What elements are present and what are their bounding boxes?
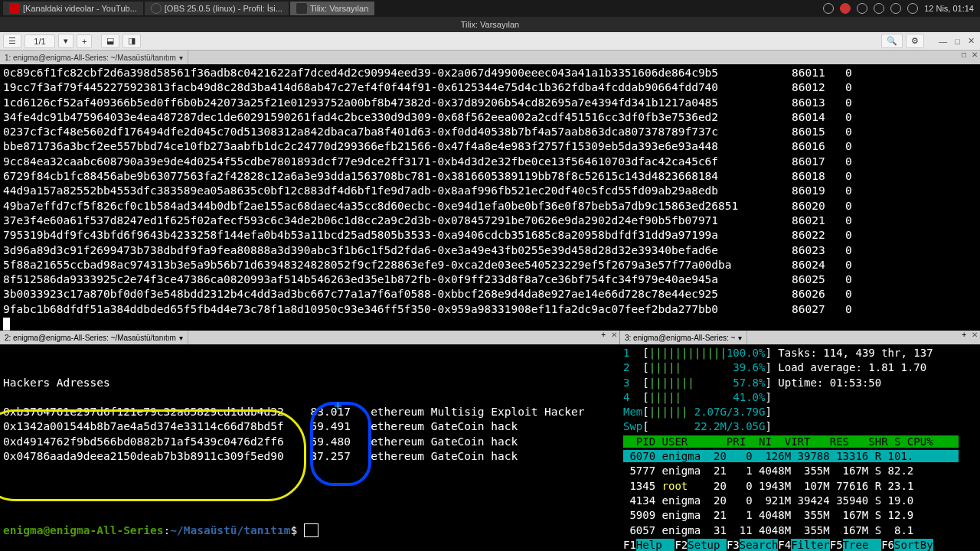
tray-icon[interactable] [857, 3, 867, 14]
maximize-button[interactable]: □ [952, 37, 962, 46]
minimize-button[interactable]: — [936, 37, 949, 46]
page-indicator[interactable]: 1/1 [24, 34, 55, 48]
tray-icon[interactable] [840, 3, 851, 14]
tray-icon[interactable] [890, 3, 901, 14]
dropdown-icon[interactable]: ▾ [58, 34, 74, 48]
pane1-tab[interactable]: 1: enigma@enigma-All-Series: ~/Masaüstü/… [0, 51, 188, 64]
pane1-max[interactable]: □ [959, 51, 969, 64]
annotation-oval-yellow [0, 409, 306, 501]
pane1-close[interactable]: ✕ [969, 51, 980, 64]
terminal-pane-3-htop[interactable]: 1 [||||||||||||100.0%] Tasks: 114, 439 t… [620, 344, 980, 551]
terminal-pane-1[interactable]: 0c89c6f1fc82cbf2d6a398d58561f36adb8c0421… [0, 64, 980, 331]
split-down-button[interactable]: ⬓ [101, 34, 119, 48]
pane2-tab[interactable]: 2: enigma@enigma-All-Series: ~/Masaüstü/… [0, 331, 188, 344]
taskbar-tab[interactable]: Tilix: Varsayılan [290, 2, 374, 15]
tray-icon[interactable] [907, 3, 918, 14]
close-button[interactable]: ✕ [965, 36, 977, 46]
pane3-add[interactable]: + [959, 331, 969, 344]
taskbar-tab[interactable]: [Kanaldaki videolar - YouTub... [3, 2, 143, 15]
pane3-tab[interactable]: 3: enigma@enigma-All-Series: ~ ▾ [620, 331, 747, 344]
system-tray: 12 Nis, 01:14 [823, 3, 980, 14]
menu-button[interactable]: ☰ [3, 34, 21, 48]
pane2-add[interactable]: + [598, 331, 609, 344]
cursor-crosshair: + [334, 398, 342, 412]
tilix-toolbar: ☰ 1/1 ▾ + ⬓ ◨ 🔍 ⚙ — □ ✕ [0, 32, 980, 51]
clock: 12 Nis, 01:14 [924, 4, 974, 13]
system-taskbar: [Kanaldaki videolar - YouTub...[OBS 25.0… [0, 0, 980, 17]
bottom-tabbar: 2: enigma@enigma-All-Series: ~/Masaüstü/… [0, 331, 980, 344]
tray-icon[interactable] [874, 3, 884, 14]
split-right-button[interactable]: ◨ [122, 34, 141, 48]
terminal-pane-2[interactable]: Hackers Adresses 0xb3764761e297d6f121e79… [0, 344, 620, 551]
pane2-close[interactable]: ✕ [609, 331, 619, 344]
taskbar-tab[interactable]: [OBS 25.0.5 (linux) - Profil: İsi... [145, 2, 289, 15]
annotation-oval-blue [310, 402, 371, 486]
search-icon[interactable]: 🔍 [881, 34, 903, 48]
window-title: Tilix: Varsayılan [0, 17, 980, 32]
pane1-tabbar: 1: enigma@enigma-All-Series: ~/Masaüstü/… [0, 51, 980, 64]
tray-icon[interactable] [823, 3, 834, 14]
pane3-close[interactable]: ✕ [969, 331, 980, 344]
add-button[interactable]: + [77, 34, 92, 48]
gear-icon[interactable]: ⚙ [906, 34, 924, 48]
